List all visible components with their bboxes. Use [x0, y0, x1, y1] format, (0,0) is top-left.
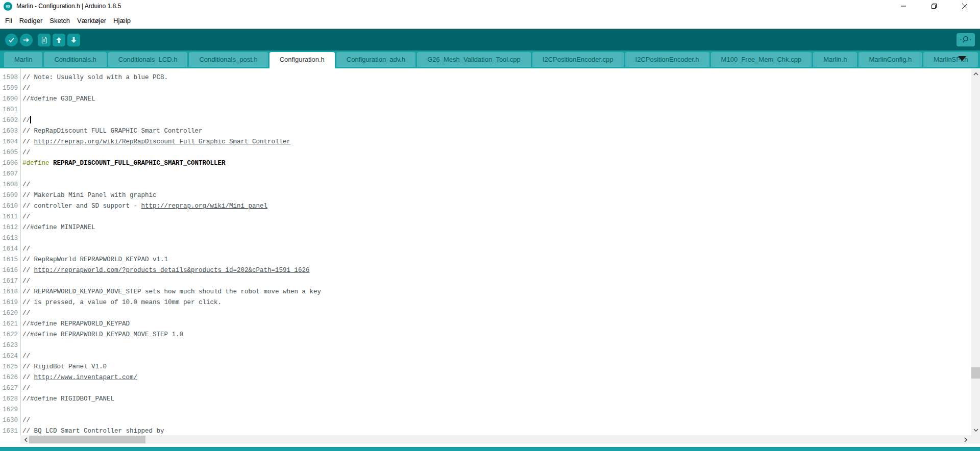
tab-marlin-h[interactable]: Marlin.h [813, 52, 857, 67]
tab-marlinspi-h[interactable]: MarlinSPI.h [923, 52, 978, 67]
tab-g26-mesh-validation-tool-cpp[interactable]: G26_Mesh_Validation_Tool.cpp [417, 52, 531, 67]
upload-button[interactable] [20, 34, 33, 46]
line-content[interactable]: //#define MINIPANEL [20, 222, 95, 233]
line-number: 1620 [0, 308, 20, 319]
line-content[interactable]: // is pressed, a value of 10.0 means 10m… [20, 297, 222, 308]
save-button[interactable] [67, 34, 80, 46]
line-number: 1598 [0, 72, 20, 83]
line-content[interactable]: //#define REPRAPWORLD_KEYPAD_MOVE_STEP 1… [20, 330, 183, 340]
menu-fil[interactable]: Fil [2, 15, 16, 26]
line-content[interactable]: //#define RIGIDBOT_PANEL [20, 394, 114, 405]
tab-marlin[interactable]: Marlin [4, 52, 42, 67]
code-text: // [22, 85, 30, 92]
scroll-down-button[interactable] [971, 425, 980, 434]
menu-sketch[interactable]: Sketch [46, 15, 74, 26]
line-content[interactable]: // RepRapWorld REPRAPWORLD_KEYPAD v1.1 [20, 255, 168, 265]
code-line-1625: 1625// RigidBot Panel V1.0 [0, 362, 980, 372]
code-text: // is pressed, a value of 10.0 means 10m… [22, 299, 222, 306]
code-text [50, 160, 54, 167]
line-content[interactable]: // [20, 83, 30, 94]
line-content[interactable]: // [20, 308, 30, 319]
vertical-scrollbar[interactable] [971, 68, 980, 435]
menu-rediger[interactable]: Rediger [16, 15, 46, 26]
code-line-1628: 1628//#define RIGIDBOT_PANEL [0, 394, 980, 405]
line-number: 1625 [0, 362, 20, 372]
tab-conditionals-h[interactable]: Conditionals.h [44, 52, 106, 67]
tab-configuration-adv-h[interactable]: Configuration_adv.h [336, 52, 415, 67]
menu-v-rkt-jer[interactable]: Værktøjer [74, 15, 110, 26]
code-text: // [22, 353, 30, 360]
line-content[interactable]: // [20, 244, 30, 255]
restore-button[interactable] [919, 0, 949, 12]
line-number: 1601 [0, 105, 20, 115]
code-line-1612: 1612//#define MINIPANEL [0, 222, 980, 233]
code-text: //#define RIGIDBOT_PANEL [22, 395, 114, 403]
line-number: 1630 [0, 415, 20, 426]
serial-monitor-button[interactable] [957, 33, 975, 46]
line-content[interactable]: // RepRapDiscount FULL GRAPHIC Smart Con… [20, 126, 203, 137]
tab-i2cpositionencoder-cpp[interactable]: I2CPositionEncoder.cpp [532, 52, 624, 67]
line-content[interactable]: // [20, 351, 30, 362]
line-content[interactable]: // http://reprap.org/wiki/RepRapDiscount… [20, 137, 290, 147]
line-content[interactable]: // MakerLab Mini Panel with graphic [20, 190, 157, 201]
scroll-up-button[interactable] [971, 69, 980, 78]
new-sketch-button[interactable] [38, 34, 51, 46]
tab-i2cpositionencoder-h[interactable]: I2CPositionEncoder.h [625, 52, 709, 67]
line-content[interactable]: // http://www.inventapart.com/ [20, 372, 137, 383]
line-number: 1610 [0, 201, 20, 212]
scroll-right-button[interactable] [961, 435, 970, 444]
line-content[interactable]: #define REPRAP_DISCOUNT_FULL_GRAPHIC_SMA… [20, 158, 226, 169]
tab-m100-free-mem-chk-cpp[interactable]: M100_Free_Mem_Chk.cpp [711, 52, 812, 67]
line-content[interactable]: // controller and SD support - http://re… [20, 201, 267, 212]
code-line-1618: 1618// REPRAPWORLD_KEYPAD_MOVE_STEP sets… [0, 287, 980, 297]
vertical-scroll-thumb[interactable] [971, 367, 980, 379]
code-line-1607: 1607 [0, 169, 980, 180]
line-content[interactable]: // Note: Usually sold with a blue PCB. [20, 72, 168, 83]
line-content[interactable]: // [20, 415, 30, 426]
code-text: // [22, 181, 30, 188]
chevron-left-icon [24, 437, 28, 442]
line-content[interactable]: // http://reprapworld.com/?products_deta… [20, 265, 310, 276]
code-link[interactable]: http://reprap.org/wiki/Mini_panel [141, 203, 268, 210]
horizontal-scroll-thumb[interactable] [29, 436, 145, 443]
code-link[interactable]: http://reprapworld.com/?products_details… [34, 267, 310, 274]
code-line-1626: 1626// http://www.inventapart.com/ [0, 372, 980, 383]
code-line-1619: 1619// is pressed, a value of 10.0 means… [0, 297, 980, 308]
tab-conditionals-post-h[interactable]: Conditionals_post.h [189, 52, 267, 67]
open-button[interactable] [53, 34, 65, 46]
tab-configuration-h[interactable]: Configuration.h [270, 52, 335, 68]
code-text: //#define G3D_PANEL [22, 95, 95, 103]
verify-button[interactable] [5, 34, 18, 46]
document-icon [40, 36, 48, 44]
line-content[interactable]: // [20, 115, 31, 126]
code-line-1623: 1623 [0, 340, 980, 351]
line-number: 1599 [0, 83, 20, 94]
line-content[interactable]: //#define G3D_PANEL [20, 94, 95, 105]
code-text: // BQ LCD Smart Controller shipped by [22, 428, 164, 435]
code-editor[interactable]: 1598// Note: Usually sold with a blue PC… [0, 68, 980, 435]
line-content[interactable]: // [20, 383, 30, 394]
minimize-button[interactable] [888, 0, 919, 12]
code-link[interactable]: http://www.inventapart.com/ [34, 374, 138, 381]
line-content[interactable]: // [20, 212, 30, 222]
code-text: // [22, 374, 34, 381]
line-content[interactable]: // [20, 276, 30, 287]
tab-marlinconfig-h[interactable]: MarlinConfig.h [859, 52, 922, 67]
line-content[interactable]: //#define REPRAPWORLD_KEYPAD [20, 319, 130, 330]
code-link[interactable]: http://reprap.org/wiki/RepRapDiscount_Fu… [34, 138, 291, 145]
close-button[interactable] [949, 0, 980, 12]
line-content[interactable]: // REPRAPWORLD_KEYPAD_MOVE_STEP sets how… [20, 287, 321, 297]
menu-hj-lp[interactable]: Hjælp [110, 15, 134, 26]
tab-conditionals-lcd-h[interactable]: Conditionals_LCD.h [108, 52, 188, 67]
line-content[interactable]: // RigidBot Panel V1.0 [20, 362, 107, 372]
code-text: //#define REPRAPWORLD_KEYPAD_MOVE_STEP 1… [22, 331, 183, 338]
line-content[interactable]: // [20, 147, 30, 158]
horizontal-scrollbar[interactable] [20, 435, 980, 444]
tab-strip: MarlinConditionals.hConditionals_LCD.hCo… [0, 51, 980, 68]
code-text: // RepRapWorld REPRAPWORLD_KEYPAD v1.1 [22, 256, 168, 263]
line-content[interactable]: // [20, 180, 30, 190]
code-line-1611: 1611// [0, 212, 980, 222]
code-text: //#define REPRAPWORLD_KEYPAD [22, 320, 130, 328]
code-text: #define [22, 160, 50, 167]
tab-overflow-button[interactable] [958, 56, 966, 61]
